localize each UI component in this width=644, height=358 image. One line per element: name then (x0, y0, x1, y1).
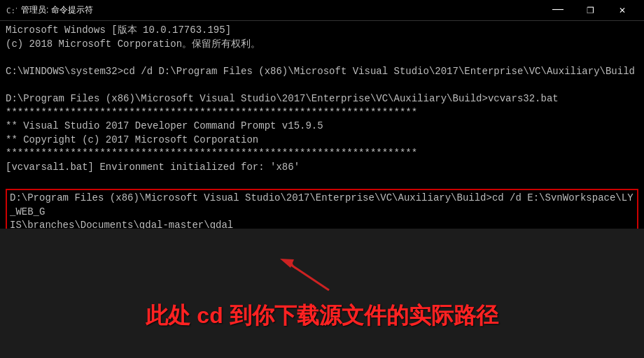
terminal-line: Microsoft Windows [版本 10.0.17763.195] (6, 24, 638, 38)
title-bar-left: C:\ 管理员: 命令提示符 (6, 4, 93, 16)
terminal-line (6, 51, 638, 65)
window-controls: — ❐ ✕ (542, 0, 638, 21)
terminal-line: (c) 2018 Microsoft Corporation。保留所有权利。 (6, 38, 638, 52)
annotation-area: 此处 cd 到你下载源文件的实际路径 (0, 229, 644, 358)
copyright-line: ** Copyright (c) 2017 Microsoft Corporat… (6, 134, 638, 148)
title-bar: C:\ 管理员: 命令提示符 — ❐ ✕ (0, 0, 644, 21)
terminal-line: D:\Program Files (x86)\Microsoft Visual … (6, 92, 638, 106)
terminal-line (6, 175, 638, 189)
terminal-line (6, 78, 638, 92)
terminal-window: Microsoft Windows [版本 10.0.17763.195] (c… (0, 21, 644, 358)
svg-text:C:\: C:\ (6, 6, 17, 15)
minimize-button[interactable]: — (542, 0, 574, 21)
terminal-output: Microsoft Windows [版本 10.0.17763.195] (c… (6, 24, 638, 263)
cmd-icon: C:\ (6, 5, 17, 16)
terminal-line: [vcvarsal1.bat] Environment initialized … (6, 161, 638, 175)
window-title: 管理员: 命令提示符 (21, 4, 93, 16)
maximize-button[interactable]: ❐ (574, 0, 606, 21)
terminal-line: ****************************************… (6, 147, 638, 161)
close-button[interactable]: ✕ (606, 0, 638, 21)
annotation-text: 此处 cd 到你下载源文件的实际路径 (146, 300, 498, 331)
terminal-line: ** Visual Studio 2017 Developer Command … (6, 120, 638, 134)
terminal-line: ****************************************… (6, 106, 638, 120)
annotation-arrow (266, 255, 350, 297)
terminal-line: C:\WINDOWS\system32>cd /d D:\Program Fil… (6, 65, 638, 79)
terminal-line: D:\Program Files (x86)\Microsoft Visual … (10, 192, 634, 219)
